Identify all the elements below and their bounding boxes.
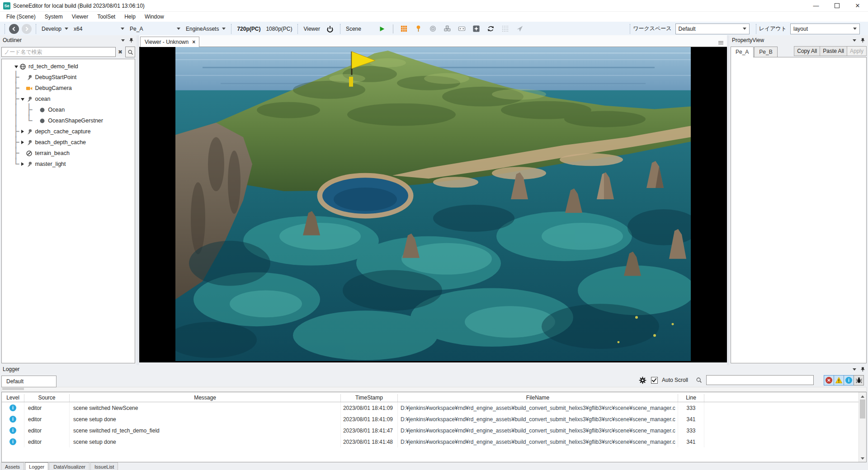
pin-icon[interactable] [860, 366, 865, 372]
logger-settings-button[interactable] [638, 376, 647, 385]
navigate-button[interactable] [515, 24, 524, 33]
viewport[interactable] [139, 47, 727, 362]
target-button[interactable] [429, 24, 438, 33]
expander-icon[interactable] [19, 74, 26, 81]
menu-item[interactable]: Window [140, 13, 169, 21]
prefab-boxes-button[interactable] [443, 24, 452, 33]
tree-row[interactable]: │ └ OceanShapeGerstner [2, 115, 135, 126]
refresh-button[interactable] [486, 24, 495, 33]
tree-row[interactable]: rd_tech_demo_field [2, 61, 135, 72]
property-button[interactable]: Paste All [820, 46, 847, 56]
expander-icon[interactable] [19, 161, 26, 168]
menu-item[interactable]: ToolSet [93, 13, 120, 21]
expander-icon[interactable] [32, 107, 39, 113]
column-header[interactable]: Message [70, 394, 341, 402]
engine-assets-dropdown[interactable]: EngineAssets [183, 24, 228, 33]
log-row[interactable]: editor scene setup done 2023/08/01 18:41… [2, 436, 859, 447]
resolution-1080-button[interactable]: 1080p(PC) [263, 24, 295, 33]
tree-row[interactable]: ├ DebugCamera [2, 83, 135, 94]
column-header[interactable]: Level [2, 394, 24, 402]
column-header[interactable]: Line [678, 394, 704, 402]
dot-grid-button[interactable] [501, 24, 510, 33]
tree-row[interactable]: ├ ocean [2, 94, 135, 104]
debug-filter-button[interactable] [854, 375, 864, 385]
expander-icon[interactable] [19, 85, 26, 92]
expander-icon[interactable] [19, 150, 26, 157]
power-button[interactable] [326, 24, 335, 33]
panel-menu-icon[interactable] [718, 41, 723, 44]
scene-render[interactable] [175, 47, 691, 361]
logger-channel-tab[interactable]: Default [1, 376, 57, 387]
property-tab[interactable]: Pe_B [754, 47, 777, 57]
expander-icon[interactable] [13, 63, 19, 70]
panel-menu-chevron-icon[interactable] [853, 368, 856, 372]
layout-select[interactable]: layout [790, 24, 860, 34]
bottom-tab[interactable]: Assets [1, 462, 24, 470]
property-button[interactable]: Apply [847, 46, 867, 56]
close-button[interactable]: ✕ [847, 0, 868, 11]
sparkle-button[interactable] [472, 24, 481, 33]
log-row[interactable]: editor scene setup done 2023/08/01 18:41… [2, 414, 859, 425]
log-row[interactable]: editor scene switched rd_tech_demo_field… [2, 425, 859, 436]
panel-menu-chevron-icon[interactable] [121, 39, 125, 43]
menu-item[interactable]: Help [120, 13, 140, 21]
info-filter-button[interactable]: i [844, 375, 854, 385]
expander-icon[interactable] [19, 139, 26, 146]
scrollbar-thumb[interactable] [860, 400, 865, 418]
auto-scroll-checkbox[interactable] [651, 377, 658, 384]
node-label: DebugStartPoint [35, 74, 76, 80]
tree-row[interactable]: ├ DebugStartPoint [2, 72, 135, 83]
search-button[interactable] [125, 47, 135, 57]
menu-item[interactable]: File (Scene) [2, 13, 40, 21]
bottom-tab[interactable]: Logger [25, 462, 48, 470]
expander-icon[interactable] [19, 128, 26, 135]
tree-row[interactable]: ├ beach_depth_cache [2, 137, 135, 148]
clear-search-button[interactable]: ✖ [116, 47, 125, 57]
warning-filter-button[interactable] [834, 375, 844, 385]
tree-row[interactable]: ├ terrain_beach [2, 148, 135, 159]
expander-icon[interactable] [19, 96, 26, 103]
column-header[interactable]: TimeStamp [341, 394, 398, 402]
minimize-button[interactable]: — [806, 0, 826, 11]
log-row[interactable]: editor scene switched NewScene 2023/08/0… [2, 402, 859, 414]
column-header[interactable]: Source [24, 394, 70, 402]
node-search-input[interactable] [1, 47, 116, 57]
scroll-down-icon[interactable] [859, 455, 866, 462]
maximize-button[interactable] [826, 0, 847, 11]
log-search-input[interactable] [706, 375, 814, 385]
property-button[interactable]: Copy All [794, 46, 820, 56]
column-header[interactable]: FileName [398, 394, 678, 402]
forward-button[interactable] [22, 24, 32, 34]
property-tab[interactable]: Pe_A [731, 47, 754, 57]
placement-grid-button[interactable] [400, 24, 409, 33]
scrollbar-thumb[interactable] [2, 388, 24, 390]
tree-row[interactable]: └ master_light [2, 159, 135, 169]
tree-row[interactable]: ├ depch_cache_capture [2, 126, 135, 137]
pin-marker-button[interactable] [414, 24, 423, 33]
tab-close-icon[interactable] [192, 40, 195, 44]
pin-icon[interactable] [860, 37, 865, 43]
logger-v-scrollbar[interactable] [859, 392, 866, 462]
architecture-dropdown[interactable]: x64 [71, 24, 127, 33]
workspace-select[interactable]: Default [675, 24, 750, 34]
scroll-up-icon[interactable] [859, 392, 866, 399]
play-button[interactable] [377, 24, 387, 33]
error-filter-button[interactable]: ✕ [824, 375, 834, 385]
pin-icon[interactable] [128, 37, 134, 43]
menu-item[interactable]: System [40, 13, 67, 21]
logger-h-scrollbar[interactable] [1, 387, 867, 392]
bottom-tab[interactable]: DataVisualizer [49, 462, 90, 470]
panel-menu-chevron-icon[interactable] [853, 39, 856, 43]
platform-dropdown[interactable]: Pe_A [127, 24, 183, 33]
marquee-button[interactable] [458, 24, 467, 33]
viewer-tab[interactable]: Viewer - Unknown [140, 37, 199, 47]
bottom-tab[interactable]: IssueList [90, 462, 118, 470]
build-config-dropdown[interactable]: Develop [39, 24, 71, 33]
expander-icon[interactable] [32, 118, 39, 124]
menu-item[interactable]: Viewer [67, 13, 93, 21]
back-icon [11, 26, 17, 32]
resolution-720-button[interactable]: 720p(PC) [234, 24, 263, 33]
property-view-body [731, 57, 867, 363]
back-button[interactable] [9, 24, 19, 34]
tree-row[interactable]: │ ├ Ocean [2, 104, 135, 115]
